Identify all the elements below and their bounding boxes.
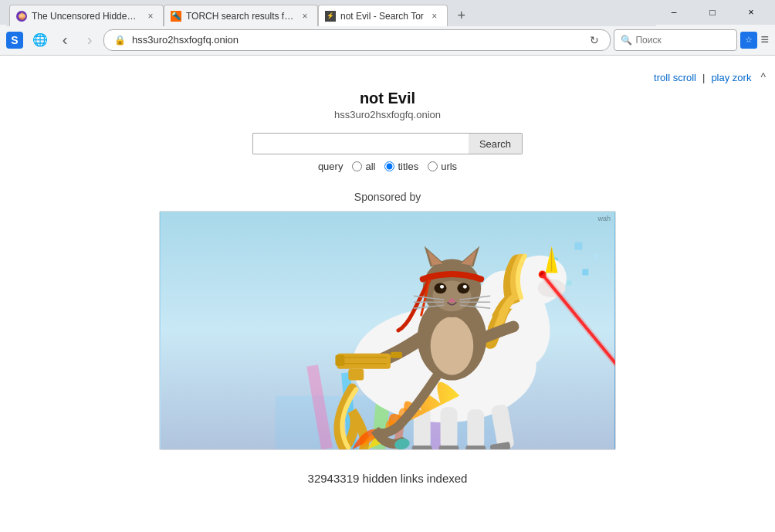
urls-radio[interactable] [428,161,438,171]
svg-point-41 [435,283,447,293]
svg-rect-6 [582,269,588,276]
utility-separator: | [702,72,705,83]
titles-radio[interactable] [384,161,394,171]
svg-rect-7 [594,254,598,259]
search-form: Search [252,133,523,154]
browser-search-box: 🔍 [614,29,737,51]
extension-s-icon[interactable]: S [6,32,23,49]
scroll-up-indicator: ^ [760,71,766,83]
sponsored-image[interactable]: wah [159,211,616,450]
address-bar-container: 🔒 ↻ [103,29,611,51]
address-input[interactable] [132,34,582,46]
tab2-favicon: 🔦 [171,11,181,22]
tab1-close-button[interactable]: × [144,10,157,22]
titles-label-text: titles [398,161,418,172]
browser-tab-3[interactable]: ⚡ not Evil - Search Tor × [318,5,448,26]
urls-label-text: urls [441,161,457,172]
svg-point-43 [440,285,444,289]
svg-rect-55 [335,355,344,366]
window-controls: – □ × [656,2,769,23]
page-content: troll scroll | play zork ^ not Evil hss3… [0,56,775,504]
indexed-count: 32943319 hidden links indexed [308,472,468,485]
search-query-input[interactable] [252,133,469,154]
tab3-close-button[interactable]: × [428,10,441,22]
tab2-close-button[interactable]: × [299,10,311,22]
search-submit-button[interactable]: Search [469,133,523,154]
tab1-label: The Uncensored Hidden ... [32,11,140,22]
sponsored-label: Sponsored by [354,191,421,203]
tab3-label: not Evil - Search Tor [340,11,424,22]
browser-toolbar: S 🌐 ‹ › 🔒 ↻ 🔍 ☆ ≡ [0,25,775,56]
urls-option-label[interactable]: urls [428,161,457,172]
security-lock-icon: 🔒 [112,32,127,48]
svg-rect-27 [467,409,484,449]
svg-point-44 [463,285,467,289]
all-radio[interactable] [352,161,362,171]
svg-rect-54 [391,352,402,358]
svg-rect-26 [441,407,458,449]
svg-rect-53 [348,369,364,381]
browser-menu-button[interactable]: ≡ [760,32,769,48]
svg-rect-29 [412,446,432,449]
site-url: hss3uro2hsxfogfq.onion [334,109,441,120]
svg-rect-30 [439,446,459,449]
back-button[interactable]: ‹ [54,29,76,51]
refresh-button[interactable]: ↻ [587,32,602,48]
browser-search-input[interactable] [635,35,712,46]
svg-point-42 [457,283,469,293]
query-label: query [318,161,344,172]
browser-search-icon: 🔍 [621,35,632,46]
svg-rect-52 [337,354,391,369]
minimize-button[interactable]: – [656,2,692,23]
svg-rect-5 [567,280,571,285]
new-tab-button[interactable]: + [451,5,472,26]
play-zork-link[interactable]: play zork [711,72,751,83]
svg-point-34 [431,317,474,375]
close-button[interactable]: × [733,2,769,23]
all-label-text: all [365,161,375,172]
maximize-button[interactable]: □ [695,2,730,23]
browser-tab-1[interactable]: 🧅 The Uncensored Hidden ... × [9,5,164,26]
tab3-favicon: ⚡ [325,11,336,22]
search-options: query all titles urls [318,161,457,172]
svg-rect-31 [465,446,486,449]
forward-button[interactable]: › [79,29,100,51]
watermark: wah [597,215,611,222]
profile-icon[interactable]: ☆ [740,32,757,49]
tab2-label: TORCH search results for: ... [186,11,294,22]
page-title: not Evil [360,90,415,107]
all-option-label[interactable]: all [352,161,375,172]
svg-rect-8 [574,242,582,250]
cat-unicorn-illustration [160,212,615,449]
title-bar: 🧅 The Uncensored Hidden ... × 🔦 TORCH se… [0,0,775,25]
tab1-favicon: 🧅 [16,11,27,22]
troll-scroll-link[interactable]: troll scroll [654,72,696,83]
browser-icon[interactable]: 🌐 [29,29,51,51]
titles-option-label[interactable]: titles [384,161,418,172]
browser-tab-2[interactable]: 🔦 TORCH search results for: ... × [164,5,318,26]
